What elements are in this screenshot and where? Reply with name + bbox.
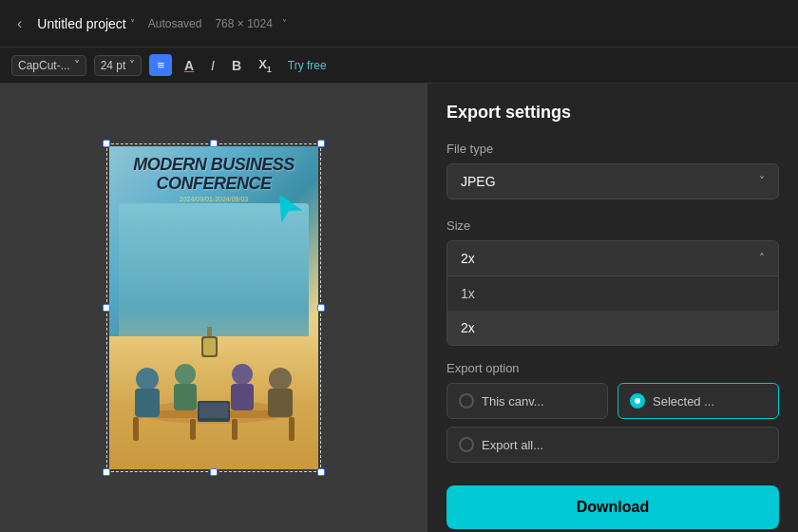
size-label: Size — [446, 218, 779, 233]
this-canvas-radio — [459, 393, 474, 408]
size-value: 2x — [461, 251, 475, 266]
selected-label: Selected ... — [653, 394, 714, 408]
export-all-radio — [459, 437, 474, 452]
project-name: Untitled project — [37, 16, 125, 31]
file-type-chevron-icon: ˅ — [759, 175, 765, 188]
file-type-value: JPEG — [461, 174, 496, 189]
poster-text-area: MODERN BUSINESS CONFERENCE 2024/09/01-20… — [109, 156, 318, 202]
export-option-section: Export option This canv... Selected ... … — [446, 361, 779, 463]
font-name-label: CapCut-... — [18, 59, 70, 72]
svg-rect-11 — [231, 384, 254, 410]
svg-rect-2 — [133, 417, 139, 441]
project-title-chevron-icon[interactable]: ˅ — [130, 18, 135, 28]
export-options-row: This canv... Selected ... — [446, 383, 779, 419]
size-chevron-icon: ˄ — [759, 252, 765, 265]
font-chevron-icon: ˅ — [74, 59, 80, 72]
canvas-area[interactable]: MODERN BUSINESS CONFERENCE 2024/09/01-20… — [0, 84, 428, 532]
size-section: Size 2x ˄ 1x 2x — [446, 218, 779, 346]
handle-bottom-left[interactable] — [103, 468, 110, 476]
export-all-row: Export all... — [446, 427, 779, 463]
project-title-group: Untitled project ˅ — [37, 16, 134, 31]
font-size-chevron-icon: ˅ — [129, 59, 135, 72]
main-area: MODERN BUSINESS CONFERENCE 2024/09/01-20… — [0, 84, 798, 532]
svg-rect-18 — [203, 338, 216, 355]
canvas-wrapper: MODERN BUSINESS CONFERENCE 2024/09/01-20… — [109, 146, 318, 469]
svg-rect-13 — [268, 389, 293, 417]
size-dropdown[interactable]: 2x ˄ — [446, 240, 779, 276]
size-option-1x[interactable]: 1x — [447, 276, 778, 311]
size-option-2x[interactable]: 2x — [447, 311, 778, 345]
svg-rect-9 — [174, 384, 197, 410]
font-size-selector[interactable]: 24 pt ˅ — [94, 55, 142, 76]
this-canvas-option[interactable]: This canv... — [446, 383, 608, 419]
svg-point-10 — [232, 364, 253, 385]
toolbar: CapCut-... ˅ 24 pt ˅ ≡ A I B X1 Try free — [0, 48, 798, 84]
svg-rect-4 — [190, 419, 196, 440]
export-all-label: Export all... — [482, 438, 543, 452]
font-selector[interactable]: CapCut-... ˅ — [11, 55, 86, 76]
bold-button[interactable]: B — [227, 54, 246, 77]
file-type-label: File type — [446, 142, 779, 156]
svg-point-12 — [269, 368, 292, 390]
svg-point-6 — [136, 368, 159, 390]
handle-middle-right[interactable] — [317, 304, 325, 312]
top-bar: ‹ Untitled project ˅ Autosaved 768 × 102… — [0, 0, 798, 48]
italic-button[interactable]: I — [206, 54, 219, 77]
svg-rect-15 — [200, 403, 228, 418]
export-all-option[interactable]: Export all... — [446, 427, 779, 463]
selected-option[interactable]: Selected ... — [618, 383, 779, 419]
strikethrough-button[interactable]: X1 — [254, 53, 276, 78]
selected-radio — [630, 393, 645, 408]
handle-top-right[interactable] — [317, 140, 325, 147]
handle-bottom-center[interactable] — [210, 468, 218, 476]
file-type-section: File type JPEG ˅ — [446, 142, 779, 200]
export-option-label: Export option — [446, 361, 779, 375]
size-options-list: 1x 2x — [446, 276, 779, 346]
panel-title: Export settings — [446, 103, 779, 123]
svg-point-8 — [175, 364, 196, 385]
handle-bottom-right[interactable] — [317, 468, 325, 476]
svg-rect-5 — [232, 419, 238, 440]
align-button[interactable]: ≡ — [149, 54, 172, 76]
dimensions-chevron-icon[interactable]: ˅ — [282, 18, 287, 28]
svg-rect-3 — [289, 417, 294, 441]
svg-rect-7 — [135, 389, 160, 417]
poster-title: MODERN BUSINESS CONFERENCE — [109, 156, 318, 194]
canvas-dimensions: 768 × 1024 — [215, 17, 272, 30]
text-color-button[interactable]: A — [180, 54, 199, 77]
file-type-dropdown[interactable]: JPEG ˅ — [446, 163, 779, 200]
this-canvas-label: This canv... — [482, 394, 544, 408]
autosaved-label: Autosaved — [148, 17, 202, 30]
align-icon: ≡ — [157, 58, 164, 72]
font-size-label: 24 pt — [101, 59, 126, 72]
back-button[interactable]: ‹ — [11, 11, 28, 36]
try-free-button[interactable]: Try free — [288, 59, 327, 72]
export-settings-panel: Export settings File type JPEG ˅ Size 2x… — [428, 84, 798, 532]
download-button[interactable]: Download — [446, 485, 779, 529]
poster: MODERN BUSINESS CONFERENCE 2024/09/01-20… — [109, 146, 318, 469]
